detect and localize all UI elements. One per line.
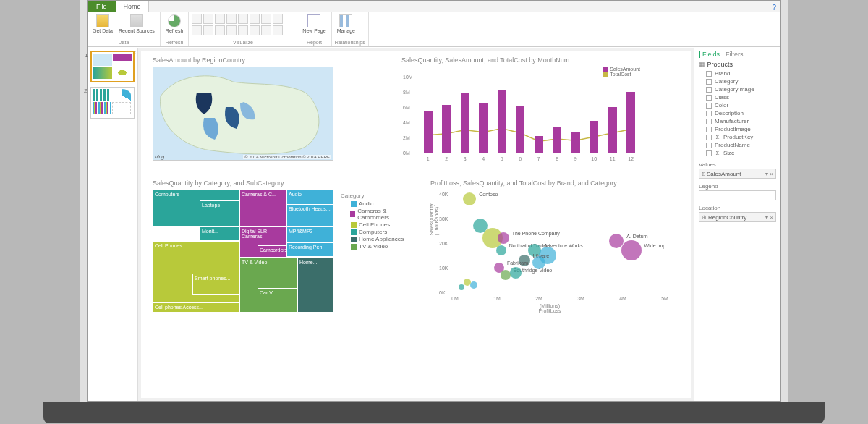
location-well[interactable]: ⊕RegionCountry ▾× [699,212,776,222]
report-canvas[interactable]: SalesAmount by RegionCountry bing © 2014… [141,51,691,398]
values-well-label: Values [699,161,776,168]
scatter-visual[interactable]: SalesQuantity(Thousands) 0K10K20K30K40K0… [430,190,669,313]
barline-title: SalesQuantity, SalesAmount, and TotalCos… [401,56,647,64]
treemap-title: SalesQuantity by Category, and SubCatego… [153,179,420,187]
ribbon-group-refresh: Refresh [163,40,186,45]
values-well[interactable]: ΣSalesAmount ▾× [699,169,776,179]
bing-logo: bing [155,154,164,159]
recent-sources-button[interactable]: Recent Sources [116,14,157,34]
page-thumbnails: ‹ 1 2 [88,48,138,401]
help-icon[interactable]: ? [772,4,776,12]
laptop-base [43,402,825,423]
ribbon-group-relationships: Relationships [335,40,365,45]
barline-visual[interactable]: SalesAmount TotalCost 0M2M4M6M8M10M12345… [401,67,640,164]
field-productname[interactable]: ProductName [699,141,776,149]
refresh-button[interactable]: Refresh [163,14,186,34]
field-manufacturer[interactable]: Manufacturer [699,117,776,125]
field-description[interactable]: Description [699,109,776,117]
location-remove-icon[interactable]: × [770,214,773,221]
field-category[interactable]: Category [699,77,776,85]
field-categoryimage[interactable]: CategoryImage [699,85,776,93]
location-dropdown-icon[interactable]: ▾ [765,214,768,221]
map-title: SalesAmount by RegionCountry [153,56,333,64]
values-remove-icon[interactable]: × [770,171,773,177]
filters-tab[interactable]: Filters [726,51,744,58]
treemap-legend: Category AudioCameras & CamcordersCell P… [341,192,413,250]
tab-home[interactable]: Home [116,1,149,12]
ribbon-tabs: File Home ? [88,1,780,12]
ribbon-group-visualize: Visualize [192,40,294,45]
page-thumbnail-2[interactable]: 2 [90,87,135,119]
manage-relationships-button[interactable]: Manage [335,14,357,34]
get-data-button[interactable]: Get Data [90,14,115,34]
visualization-gallery[interactable] [192,14,283,35]
ribbon-group-report: Report [300,40,328,45]
field-size[interactable]: ΣSize [699,149,776,157]
barline-legend: SalesAmount TotalCost [603,67,640,77]
map-visual[interactable]: bing © 2014 Microsoft Corporation © 2014… [153,67,333,161]
legend-well-label: Legend [699,183,776,190]
field-color[interactable]: Color [699,101,776,109]
page-thumbnail-1[interactable]: 1 [90,51,135,82]
new-page-button[interactable]: New Page [300,14,328,34]
field-brand[interactable]: Brand [699,69,776,77]
treemap-visual[interactable]: ComputersLaptopsMonit...Cameras & C...Di… [153,190,333,313]
map-copyright: © 2014 Microsoft Corporation © 2014 HERE [243,155,331,159]
field-productkey[interactable]: ΣProductKey [699,133,776,141]
fields-pane: Fields Filters Products BrandCategoryCat… [694,48,780,401]
field-class[interactable]: Class [699,93,776,101]
table-products[interactable]: Products [699,61,776,68]
fields-tab[interactable]: Fields [699,51,720,58]
values-dropdown-icon[interactable]: ▾ [765,171,768,177]
legend-well[interactable] [699,190,776,200]
scatter-title: ProfitLoss, SalesQuantity, and TotalCost… [430,179,676,187]
ribbon-group-data: Data [90,40,157,45]
location-well-label: Location [699,205,776,211]
tab-file[interactable]: File [88,1,116,12]
ribbon: Get Data Recent Sources Data Refresh Ref… [88,12,780,47]
field-productimage[interactable]: ProductImage [699,125,776,133]
